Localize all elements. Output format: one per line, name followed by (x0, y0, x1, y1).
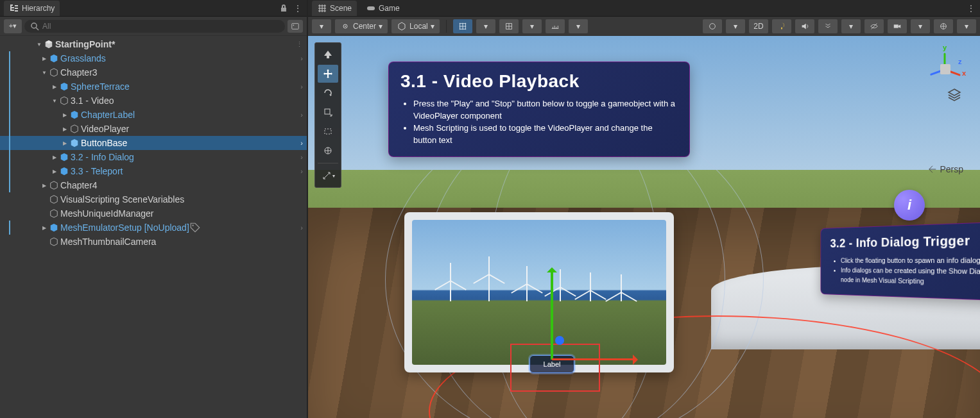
svg-rect-21 (367, 6, 375, 10)
scene-root[interactable]: ▼ StartingPoint* ⋮ (0, 37, 307, 51)
fx-dropdown-button[interactable]: ▾ (841, 19, 861, 33)
svg-marker-10 (71, 111, 78, 119)
foldout-icon[interactable]: ▶ (40, 183, 49, 188)
tree-item-label: Chapter3 (60, 67, 98, 78)
gizmo-x-axis[interactable] (552, 358, 635, 360)
card-bullet: Click the floating button to spawn an in… (841, 255, 980, 266)
tree-item-33teleport[interactable]: ▶ 3.3 - Teleport › (0, 164, 307, 178)
lock-icon[interactable] (279, 3, 289, 13)
foldout-icon[interactable]: ▼ (50, 98, 59, 104)
svg-marker-14 (61, 167, 68, 175)
search-icon (30, 21, 40, 31)
snap-button[interactable] (499, 19, 519, 33)
foldout-icon[interactable]: ▼ (40, 70, 49, 76)
grid-dropdown-button[interactable]: ▾ (476, 19, 495, 33)
draw-mode-dropdown-button[interactable]: ▾ (726, 19, 745, 33)
scene-kebab-icon[interactable]: ⋮ (296, 40, 303, 49)
chevron-down-icon: ▾ (431, 22, 434, 31)
create-button[interactable]: +▾ (4, 19, 22, 33)
foldout-icon[interactable]: ▶ (40, 225, 49, 231)
tree-item-videoplayer[interactable]: ▶ VideoPlayer (0, 122, 307, 136)
incsnap-dropdown-button[interactable]: ▾ (569, 19, 588, 33)
foldout-icon[interactable]: ▼ (35, 42, 44, 47)
2d-label: 2D (753, 22, 763, 31)
lighting-toggle[interactable] (772, 19, 791, 33)
visibility-toggle[interactable] (864, 19, 884, 33)
search-mode-button[interactable] (288, 20, 303, 33)
tree-item-chapter3[interactable]: ▼ Chapter3 (0, 65, 307, 79)
kebab-icon[interactable]: ⋮ (293, 3, 303, 13)
gizmos-button[interactable] (934, 19, 953, 33)
gameobject-icon (49, 195, 59, 204)
tool-dropdown-button[interactable]: ▾ (312, 19, 331, 33)
custom-tools[interactable]: ▾ (318, 167, 338, 185)
scene-tool-column: ▾ (314, 42, 341, 188)
tree-item-32infodialog[interactable]: ▶ 3.2 - Info Dialog › (0, 150, 307, 164)
prefab-icon (49, 54, 59, 63)
foldout-icon[interactable]: ▶ (50, 84, 59, 90)
view-tool[interactable] (318, 46, 338, 63)
tree-item-buttonbase[interactable]: ▶ ButtonBase › (0, 136, 307, 150)
hierarchy-tree[interactable]: ▼ StartingPoint* ⋮ ▶ Grasslands › ▼ Chap… (0, 36, 307, 418)
card-title: 3.2 - Info Dialog Trigger (830, 232, 980, 250)
scale-tool[interactable] (318, 103, 338, 121)
tree-item-label: ChapterLabel (81, 110, 135, 120)
search-input[interactable] (42, 22, 280, 31)
gizmo-y-axis[interactable] (551, 270, 553, 360)
kebab-icon[interactable]: ⋮ (966, 3, 976, 13)
foldout-icon[interactable]: ▶ (60, 140, 69, 146)
orient-mode-button[interactable]: Local ▾ (391, 19, 440, 33)
transform-tool[interactable] (318, 142, 338, 160)
tree-item-grasslands[interactable]: ▶ Grasslands › (0, 51, 307, 65)
gameobject-icon (49, 237, 59, 246)
pivot-mode-button[interactable]: Center ▾ (335, 19, 388, 33)
3d-button-label: Label (544, 360, 561, 368)
tree-item-sphereterrace[interactable]: ▶ SphereTerrace › (0, 79, 307, 94)
tree-item-label: MeshUniqueIdManager (60, 208, 154, 219)
snap-dropdown-button[interactable]: ▾ (522, 19, 542, 33)
hierarchy-search[interactable] (24, 20, 285, 33)
foldout-icon[interactable]: ▶ (60, 112, 69, 118)
gameobject-icon (59, 96, 69, 105)
perspective-toggle[interactable]: Persp (928, 164, 963, 174)
tree-item-label: MeshThumbnailCamera (60, 237, 156, 247)
rect-tool[interactable] (318, 122, 338, 140)
gizmos-dropdown-button[interactable]: ▾ (957, 19, 976, 33)
tree-item-meshemulator[interactable]: ▶ MeshEmulatorSetup [NoUpload] › (0, 221, 307, 235)
foldout-icon[interactable]: ▶ (40, 56, 49, 62)
gizmo-z-axis[interactable] (555, 336, 564, 345)
tree-item-meshthumbnail[interactable]: MeshThumbnailCamera (0, 235, 307, 249)
gamepad-icon (366, 3, 376, 13)
move-tool[interactable] (318, 65, 338, 83)
orientation-gizmo[interactable]: y x z (921, 46, 967, 92)
gameobject-icon (49, 209, 59, 218)
svg-marker-8 (61, 83, 68, 90)
camera-button[interactable] (888, 19, 907, 33)
camera-dropdown-button[interactable]: ▾ (911, 19, 930, 33)
grid-snap-button[interactable] (453, 19, 472, 33)
foldout-icon[interactable]: ▶ (60, 126, 69, 132)
draw-mode-button[interactable] (703, 19, 722, 33)
svg-marker-13 (61, 153, 68, 161)
2d-toggle[interactable]: 2D (749, 19, 768, 33)
audio-toggle[interactable] (795, 19, 814, 33)
fx-toggle[interactable] (818, 19, 838, 33)
scene-viewport[interactable]: ▾ 3.1 - Video Playback Press the "Play" … (308, 36, 980, 418)
info-bubble[interactable]: i (894, 190, 925, 221)
svg-rect-32 (325, 109, 330, 114)
tree-item-31video[interactable]: ▼ 3.1 - Video (0, 94, 307, 108)
tree-item-meshuniqueid[interactable]: MeshUniqueIdManager (0, 206, 307, 221)
axis-label-y: y (943, 44, 947, 51)
foldout-icon[interactable]: ▶ (50, 169, 59, 174)
scene-tab[interactable]: Scene (312, 1, 357, 16)
hierarchy-tab[interactable]: Hierarchy (4, 1, 60, 16)
svg-marker-20 (51, 238, 58, 246)
card-title: 3.1 - Video Playback (400, 71, 678, 92)
increment-snap-button[interactable] (546, 19, 565, 33)
rotate-tool[interactable] (318, 84, 338, 102)
tree-item-visualscripting[interactable]: VisualScripting SceneVariables (0, 192, 307, 206)
game-tab[interactable]: Game (361, 1, 405, 16)
tree-item-chapter4[interactable]: ▶ Chapter4 (0, 178, 307, 192)
foldout-icon[interactable]: ▶ (50, 155, 59, 160)
tree-item-chapterlabel[interactable]: ▶ ChapterLabel › (0, 108, 307, 122)
